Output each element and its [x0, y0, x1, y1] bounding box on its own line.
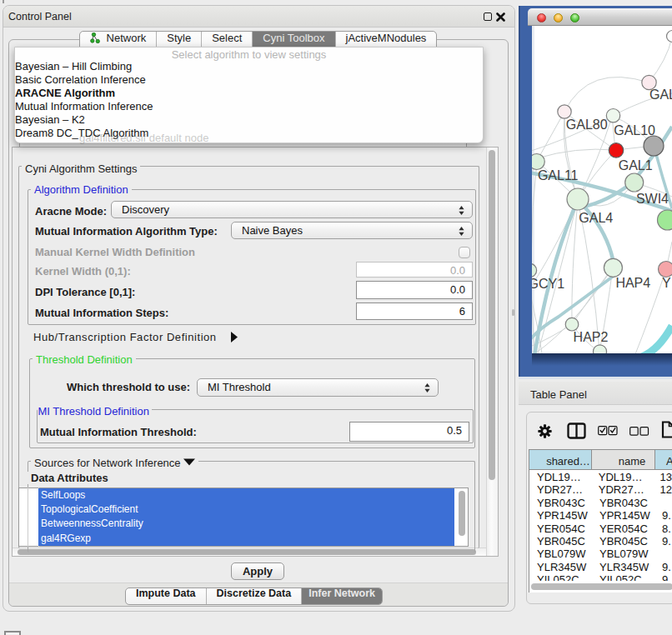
- svg-text:SWI4: SWI4: [636, 192, 669, 206]
- svg-text:HAP2: HAP2: [574, 330, 609, 344]
- svg-text:GCY1: GCY1: [532, 277, 564, 291]
- svg-text:HAP4: HAP4: [615, 276, 650, 290]
- svg-text:Y: Y: [662, 276, 671, 290]
- svg-text:GAL10: GAL10: [614, 123, 655, 138]
- svg-text:GAL4: GAL4: [579, 211, 613, 225]
- svg-text:GAL80: GAL80: [566, 118, 608, 132]
- svg-text:GAL1: GAL1: [619, 158, 653, 172]
- svg-text:GAL: GAL: [649, 88, 672, 102]
- svg-text:GAL11: GAL11: [538, 168, 579, 182]
